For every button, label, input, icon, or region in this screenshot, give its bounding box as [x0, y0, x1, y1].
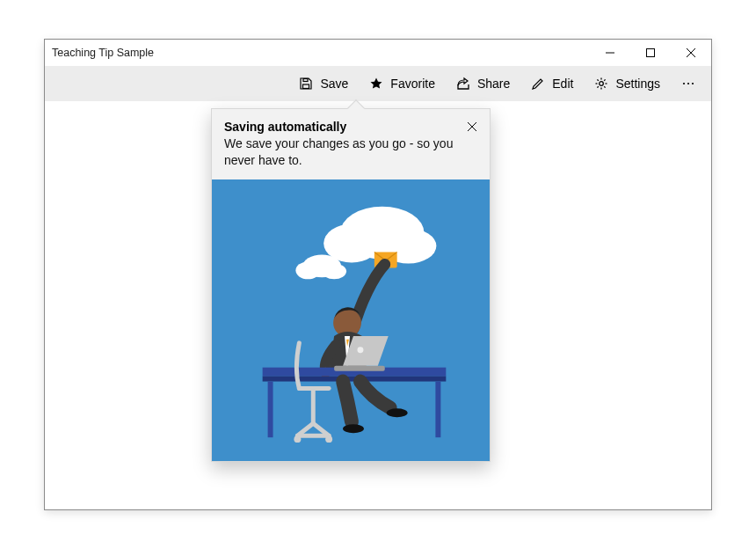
favorite-button[interactable]: Favorite: [359, 66, 446, 101]
edit-button[interactable]: Edit: [520, 66, 584, 101]
settings-label: Settings: [615, 77, 660, 91]
tip-title: Saving automatically: [224, 120, 454, 134]
svg-point-17: [692, 83, 694, 84]
maximize-button[interactable]: [630, 40, 671, 66]
teaching-tip: Saving automatically We save your change…: [211, 108, 491, 462]
svg-rect-35: [435, 381, 440, 437]
svg-rect-36: [334, 365, 385, 370]
svg-point-6: [600, 82, 604, 86]
favorite-label: Favorite: [390, 77, 435, 91]
more-button[interactable]: [671, 66, 706, 101]
gear-icon: [594, 77, 608, 91]
minimize-button[interactable]: [590, 40, 630, 66]
close-icon: [687, 48, 695, 57]
svg-line-12: [605, 86, 606, 87]
edit-label: Edit: [552, 77, 573, 91]
svg-line-14: [598, 86, 599, 87]
save-button[interactable]: Save: [288, 66, 359, 101]
tip-body: We save your changes as you go - so you …: [224, 135, 454, 169]
maximize-icon: [646, 48, 655, 57]
tip-close-button[interactable]: [462, 116, 483, 137]
svg-point-39: [387, 408, 408, 417]
svg-point-38: [343, 424, 364, 433]
svg-point-15: [683, 83, 685, 84]
app-window: Teaching Tip Sample Save Favorite: [44, 39, 712, 510]
share-label: Share: [477, 77, 510, 91]
close-button[interactable]: [671, 40, 711, 66]
save-icon: [299, 77, 313, 91]
share-button[interactable]: Share: [446, 66, 520, 101]
svg-rect-1: [647, 49, 655, 57]
svg-line-11: [598, 79, 599, 80]
command-bar: Save Favorite Share Edit Settings: [45, 66, 711, 101]
share-icon: [456, 77, 470, 91]
svg-rect-34: [268, 381, 273, 437]
settings-button[interactable]: Settings: [584, 66, 671, 101]
svg-rect-5: [303, 79, 308, 82]
svg-rect-28: [299, 267, 345, 276]
svg-line-13: [605, 79, 606, 80]
titlebar: Teaching Tip Sample: [45, 40, 711, 66]
star-icon: [369, 77, 383, 91]
svg-rect-4: [303, 84, 309, 89]
window-title: Teaching Tip Sample: [52, 47, 154, 59]
more-icon: [681, 77, 695, 91]
tip-hero-image: [212, 179, 490, 461]
minimize-icon: [606, 48, 614, 57]
svg-point-37: [357, 347, 363, 353]
window-controls: [590, 40, 711, 66]
content-area: Saving automatically We save your change…: [45, 101, 711, 509]
svg-point-44: [294, 436, 301, 443]
tip-header: Saving automatically We save your change…: [212, 109, 490, 179]
save-label: Save: [320, 77, 348, 91]
close-icon: [468, 122, 476, 131]
pencil-icon: [531, 77, 545, 91]
svg-point-16: [687, 83, 689, 84]
svg-point-45: [325, 436, 332, 443]
